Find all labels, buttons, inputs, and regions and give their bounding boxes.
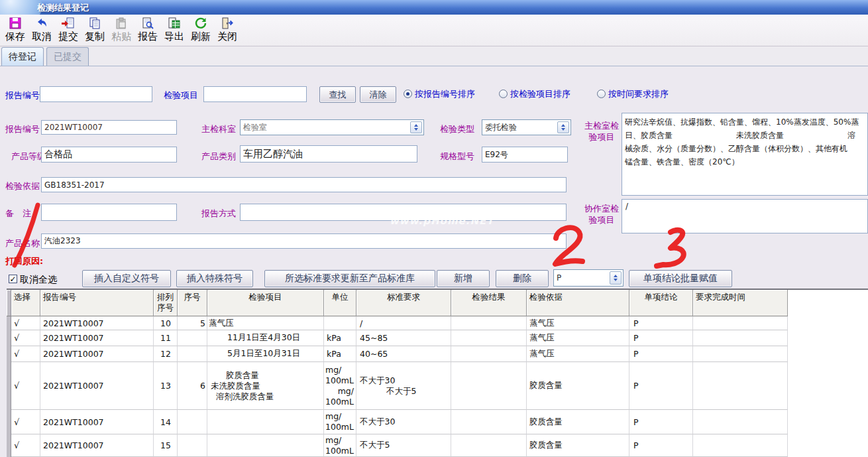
insert-special-symbol-button[interactable]: 插入特殊符号 [176,270,253,287]
combo-spinner-icon[interactable] [610,271,622,285]
cell-report-no[interactable]: 2021WT10007 [40,316,154,330]
cell-select[interactable]: √ [11,330,40,346]
cell-conclusion[interactable]: P [629,434,693,457]
cell-seq-no[interactable] [178,410,207,434]
cell-order-no[interactable]: 12 [154,346,178,362]
cell-conclusion[interactable]: P [629,410,693,434]
add-button[interactable]: 新增 [437,270,490,287]
cell-report-no[interactable]: 2021WT10007 [40,362,154,410]
inspect-type-combo[interactable]: 委托检验 [482,119,571,135]
cell-basis[interactable]: 蒸气压 [527,330,629,346]
cell-result[interactable] [451,346,527,362]
cell-standard[interactable]: 45~85 [356,330,451,346]
combo-spinner-icon[interactable] [557,121,569,133]
cell-standard[interactable]: 不大于30 [356,410,451,434]
inspect-basis-field[interactable] [41,177,567,192]
cell-conclusion[interactable]: P [629,330,693,346]
col-header-report-no[interactable]: 报告编号 [40,290,154,316]
cell-basis[interactable]: 胶质含量 [527,410,629,434]
col-header-basis[interactable]: 检验依据 [527,290,629,316]
table-row[interactable]: √ 2021WT10007 12 5月1日至10月31日 kPa 40~65 蒸… [7,346,788,362]
uncheck-all-checkbox[interactable] [9,275,17,283]
table-row[interactable]: √ 2021WT10007 13 6 胶质含量 未洗胶质含量 溶剂洗胶质含量 m… [7,362,788,410]
cell-basis[interactable]: 蒸气压 [527,346,629,362]
cell-order-no[interactable]: 10 [154,316,178,330]
cell-seq-no[interactable]: 6 [178,362,207,410]
refresh-button[interactable]: 刷新 [188,15,214,45]
cell-standard[interactable]: 不大于5 [356,434,451,457]
cell-unit[interactable]: kPa [324,346,356,362]
cell-basis[interactable]: 胶质含量 [527,362,629,410]
cell-due-time[interactable] [693,330,788,346]
paste-button[interactable]: 粘贴 [108,15,135,45]
close-button[interactable]: 关闭 [214,15,241,45]
cell-item[interactable]: 蒸气压 [207,316,324,330]
cell-conclusion[interactable]: P [629,316,693,330]
cell-basis[interactable]: 胶质含量 [527,434,629,457]
cell-unit[interactable]: mg/ 100mL [324,434,356,457]
submit-button[interactable]: 提交 [55,15,81,45]
cell-unit[interactable] [324,316,356,330]
cell-report-no[interactable]: 2021WT10007 [40,434,154,457]
save-button[interactable]: 保存 [2,15,28,45]
col-header-select[interactable]: 选择 [11,290,40,316]
copy-button[interactable]: 复制 [81,15,108,45]
combo-spinner-icon[interactable] [410,121,422,133]
cell-standard[interactable]: / [356,316,451,330]
delete-button[interactable]: 删除 [496,270,549,287]
product-grade-field[interactable] [41,147,177,163]
cell-seq-no[interactable] [178,346,207,362]
cell-conclusion[interactable]: P [629,346,693,362]
cell-select[interactable]: √ [11,410,40,434]
update-standard-button[interactable]: 所选标准要求更新至产品标准库 [264,270,435,287]
cell-result[interactable] [451,434,527,457]
cell-item[interactable]: 胶质含量 未洗胶质含量 溶剂洗胶质含量 [207,362,324,410]
col-header-result[interactable]: 检验结果 [451,290,527,316]
cell-conclusion[interactable]: P [629,362,693,410]
col-header-due-time[interactable]: 要求完成时间 [693,290,788,316]
report-button[interactable]: 报告 [135,15,161,45]
tab-submitted[interactable]: 已提交 [46,47,89,66]
cell-report-no[interactable]: 2021WT10007 [40,410,154,434]
product-name-field[interactable] [41,233,567,249]
col-header-conclusion[interactable]: 单项结论 [629,290,693,316]
cell-standard[interactable]: 40~65 [356,346,451,362]
cell-report-no[interactable]: 2021WT10007 [40,330,154,346]
sort-by-item-radio[interactable]: 按检验项目排序 [499,88,570,100]
tab-pending-registration[interactable]: 待登记 [1,47,44,66]
cell-result[interactable] [451,362,527,410]
cell-result[interactable] [451,316,527,330]
clear-button[interactable]: 清除 [360,86,396,103]
col-header-item[interactable]: 检验项目 [207,290,324,316]
table-row[interactable]: √ 2021WT10007 15 mg/ 100mL 不大于5 胶质含量 P [7,434,788,457]
batch-assign-button[interactable]: 单项结论批量赋值 [629,270,732,287]
cell-report-no[interactable]: 2021WT10007 [40,346,154,362]
cell-due-time[interactable] [693,346,788,362]
title-bar[interactable]: 检测结果登记 [0,0,868,15]
sort-by-report-no-radio[interactable]: 按报告编号排序 [404,88,475,100]
main-items-textarea[interactable]: 研究法辛烷值、抗爆指数、铅含量、馏程、10%蒸发温度、50%蒸 日、胶质含量 未… [622,113,868,196]
cell-item[interactable]: 5月1日至10月31日 [207,346,324,362]
cell-due-time[interactable] [693,434,788,457]
cell-seq-no[interactable]: 5 [178,316,207,330]
cell-order-no[interactable]: 11 [154,330,178,346]
remark-field[interactable] [41,204,177,221]
col-header-unit[interactable]: 单位 [324,290,356,316]
conclusion-combo[interactable]: P [553,269,624,287]
search-item-input[interactable] [203,86,307,102]
cell-order-no[interactable]: 13 [154,362,178,410]
cell-select[interactable]: √ [11,362,40,410]
cell-seq-no[interactable] [178,434,207,457]
table-row[interactable]: √ 2021WT10007 10 5 蒸气压 / 蒸气压 P [7,316,788,330]
cell-select[interactable]: √ [11,434,40,457]
table-row[interactable]: √ 2021WT10007 14 mg/ 100mL 不大于30 胶质含量 P [7,410,788,434]
cell-select[interactable]: √ [11,316,40,330]
sort-by-time-radio[interactable]: 按时间要求排序 [597,88,669,100]
cell-due-time[interactable] [693,316,788,330]
cell-item[interactable]: 11月1日至4月30日 [207,330,324,346]
table-row[interactable]: √ 2021WT10007 11 11月1日至4月30日 kPa 45~85 蒸… [7,330,788,346]
coop-items-textarea[interactable]: / [622,199,868,233]
cell-order-no[interactable]: 15 [154,434,178,457]
product-type-field[interactable] [240,145,417,163]
cell-item[interactable] [207,410,324,434]
